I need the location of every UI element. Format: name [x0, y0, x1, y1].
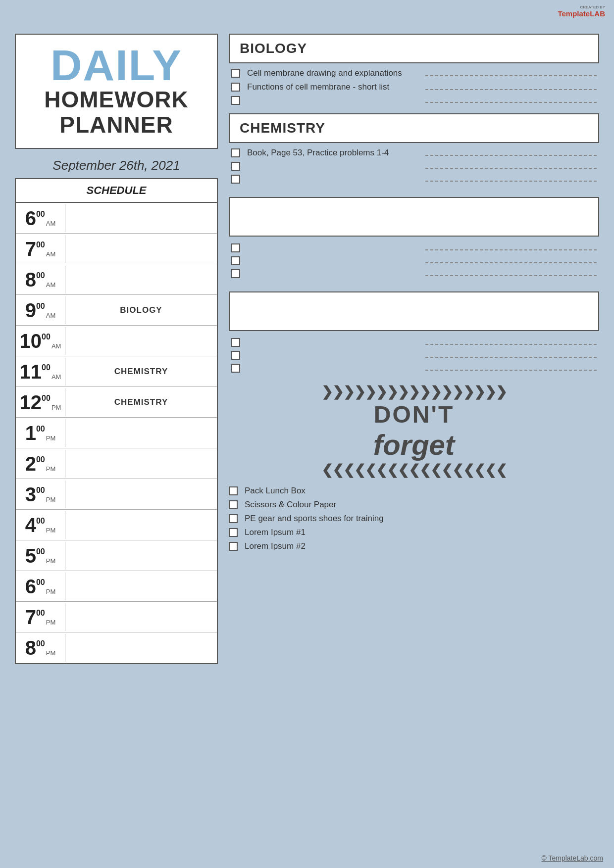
checkbox[interactable]: [231, 256, 240, 265]
created-by-label: CREATED BY: [558, 5, 605, 9]
checkbox[interactable]: [231, 269, 240, 278]
task-text: Functions of cell membrane - short list: [247, 82, 418, 92]
checkbox[interactable]: [231, 351, 240, 360]
schedule-row: 6 00 PM: [16, 571, 217, 602]
time-cell: 8 00 AM: [16, 266, 65, 293]
time-hour: 9: [25, 300, 36, 320]
task-line: [425, 89, 597, 90]
checkbox[interactable]: [229, 486, 238, 495]
biology-tasks: Cell membrane drawing and explanations F…: [229, 63, 599, 107]
subject-empty-2: [229, 291, 599, 375]
left-column: DAILY HOMEWORK PLANNER September 26th, 2…: [15, 34, 218, 858]
time-cell: 1 00 PM: [16, 419, 65, 447]
time-hour: 1: [25, 423, 36, 443]
time-hour: 6: [25, 577, 36, 596]
event-cell: CHEMISTRY: [65, 393, 217, 411]
task-line: [425, 168, 597, 169]
checkbox[interactable]: [231, 338, 240, 347]
checkbox[interactable]: [231, 69, 240, 78]
event-cell: CHEMISTRY: [65, 363, 217, 381]
schedule-row: 6 00 AM: [16, 203, 217, 234]
main-content: DAILY HOMEWORK PLANNER September 26th, 2…: [15, 34, 599, 858]
event-cell: [65, 490, 217, 498]
dont-forget-section: ❯❯❯❯❯❯❯❯❯❯❯❯❯❯❯❯❯ DON'T forget ❮❮❮❮❮❮❮❮❮…: [229, 385, 599, 551]
checkbox[interactable]: [231, 243, 240, 252]
empty-subject-box: [229, 197, 599, 237]
brand-part2: LAB: [590, 9, 605, 18]
time-cell: 6 00 PM: [16, 573, 65, 600]
time-hour: 3: [25, 484, 36, 504]
time-cell: 10 00 AM: [16, 327, 65, 355]
dont-text: DON'T: [374, 403, 454, 427]
time-sup: 00: [36, 640, 45, 648]
footer-brand: © TemplateLab.com: [542, 854, 603, 862]
title-box: DAILY HOMEWORK PLANNER: [15, 34, 218, 149]
checkbox[interactable]: [229, 514, 238, 523]
chemistry-tasks: Book, Page 53, Practice problems 1-4: [229, 143, 599, 186]
task-line: [425, 370, 597, 371]
time-sup: 00: [36, 579, 45, 586]
time-sup: 00: [36, 302, 45, 310]
checkbox[interactable]: [231, 175, 240, 184]
checkbox[interactable]: [229, 542, 238, 551]
checkbox[interactable]: [231, 148, 240, 157]
task-line: [425, 181, 597, 182]
schedule-rows: 6 00 AM 7 00 AM 8 00 AM 9 00 AM: [16, 203, 217, 663]
checkbox[interactable]: [231, 162, 240, 171]
time-cell: 7 00 PM: [16, 603, 65, 631]
schedule-row: 12 00 PM CHEMISTRY: [16, 387, 217, 418]
title-planner: PLANNER: [26, 112, 207, 138]
subject-biology: BIOLOGY Cell membrane drawing and explan…: [229, 34, 599, 107]
task-line: [425, 357, 597, 358]
task-item: [231, 162, 597, 171]
task-line: [425, 249, 597, 250]
task-line: [425, 275, 597, 276]
time-hour: 8: [25, 270, 36, 289]
schedule-row: 8 00 AM: [16, 264, 217, 295]
checkbox[interactable]: [231, 83, 240, 92]
time-cell: 9 00 AM: [16, 296, 65, 324]
task-text: Scissors & Colour Paper: [245, 500, 599, 510]
event-cell: BIOLOGY: [65, 301, 217, 319]
time-hour: 6: [25, 208, 36, 228]
checkbox[interactable]: [229, 528, 238, 537]
event-cell: [65, 644, 217, 652]
task-item: [231, 364, 597, 373]
brand-name: TemplateLAB: [558, 9, 605, 18]
checkbox[interactable]: [229, 500, 238, 509]
schedule-row: 1 00 PM: [16, 418, 217, 448]
checkbox[interactable]: [231, 364, 240, 373]
time-ampm: AM: [46, 220, 56, 227]
time-cell: 7 00 AM: [16, 235, 65, 263]
chemistry-header: CHEMISTRY: [229, 113, 599, 143]
task-line: [425, 102, 597, 103]
task-item: [231, 96, 597, 105]
task-text: Lorem Ipsum #2: [245, 541, 599, 551]
task-text: Pack Lunch Box: [245, 486, 599, 496]
time-sup: 00: [36, 517, 45, 525]
time-ampm: PM: [51, 404, 61, 411]
time-cell: 4 00 PM: [16, 511, 65, 539]
event-cell: [65, 276, 217, 284]
chevrons-bottom: ❮❮❮❮❮❮❮❮❮❮❮❮❮❮❮❮❮: [321, 463, 507, 477]
time-sup: 00: [42, 394, 51, 402]
task-text: Book, Page 53, Practice problems 1-4: [247, 148, 418, 158]
time-hour: 4: [25, 515, 36, 535]
title-homework: HOMEWORK: [26, 87, 207, 112]
time-sup: 00: [36, 548, 45, 556]
biology-header: BIOLOGY: [229, 34, 599, 63]
task-item: Pack Lunch Box: [229, 486, 599, 496]
task-item: [231, 338, 597, 347]
schedule-header: SCHEDULE: [16, 179, 217, 203]
brand-part1: Template: [558, 9, 590, 18]
time-ampm: AM: [46, 312, 56, 319]
time-cell: 6 00 AM: [16, 204, 65, 232]
time-sup: 00: [36, 210, 45, 218]
schedule-row: 7 00 AM: [16, 234, 217, 264]
time-sup: 00: [42, 364, 51, 372]
event-cell: [65, 429, 217, 437]
time-hour: 12: [20, 392, 42, 412]
task-item: PE gear and sports shoes for training: [229, 514, 599, 524]
checkbox[interactable]: [231, 96, 240, 105]
task-item: Lorem Ipsum #2: [229, 541, 599, 551]
